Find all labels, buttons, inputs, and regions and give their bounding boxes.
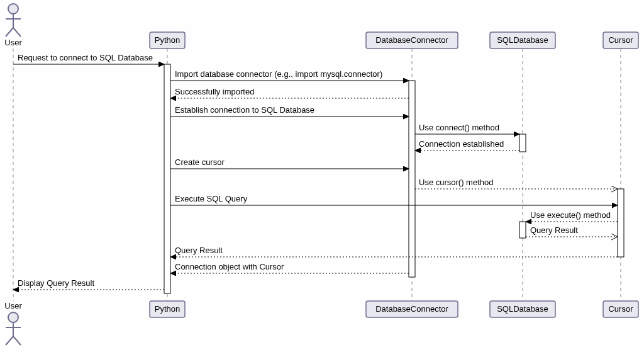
participant-dbconnector-bottom: DatabaseConnector — [366, 301, 458, 317]
msg-label: Create cursor — [175, 157, 225, 167]
participant-label: DatabaseConnector — [375, 35, 448, 45]
msg-label: Import database connector (e.g., import … — [175, 69, 382, 79]
svg-line-4 — [6, 28, 13, 37]
participant-label: SQLDatabase — [497, 35, 548, 45]
participant-label: Python — [155, 35, 180, 45]
participant-dbconnector-top: DatabaseConnector — [366, 32, 458, 48]
actor-label-top: User — [4, 38, 22, 47]
msg-label: Request to connect to SQL Database — [18, 53, 153, 62]
msg-label: Query Result — [530, 225, 578, 235]
participant-python-top: Python — [150, 32, 185, 48]
msg-label: Execute SQL Query — [175, 194, 248, 203]
msg-label: Query Result — [175, 246, 223, 255]
sequence-diagram: User Python DatabaseConnector SQLDatabas… — [0, 0, 644, 352]
msg-label: Use connect() method — [419, 123, 499, 132]
svg-line-14 — [13, 336, 21, 345]
msg-label: Use execute() method — [530, 210, 611, 220]
activation-dbconnector — [409, 81, 415, 277]
actor-user-top: User — [4, 4, 22, 47]
participant-label: Python — [155, 304, 180, 314]
activation-python — [164, 64, 170, 293]
activation-sqldb-2 — [519, 222, 526, 238]
svg-line-5 — [13, 28, 21, 37]
svg-line-13 — [6, 336, 13, 345]
participant-cursor-bottom: Cursor — [603, 301, 638, 317]
participant-label: Cursor — [608, 35, 633, 45]
participant-sqldb-bottom: SQLDatabase — [490, 301, 555, 317]
msg-label: Establish connection to SQL Database — [175, 105, 314, 115]
participant-cursor-top: Cursor — [603, 32, 638, 48]
participant-python-bottom: Python — [150, 301, 185, 317]
svg-point-1 — [8, 4, 18, 14]
msg-label: Use cursor() method — [419, 178, 493, 187]
actor-user-bottom: User — [4, 301, 22, 345]
activation-sqldb-1 — [519, 134, 526, 152]
msg-label: Connection object with Cursor — [175, 262, 284, 271]
activation-cursor — [618, 189, 624, 257]
msg-label: Display Query Result — [18, 278, 94, 288]
participant-label: Cursor — [608, 304, 633, 314]
actor-label-bottom: User — [4, 301, 22, 310]
svg-point-10 — [8, 312, 18, 322]
participant-sqldb-top: SQLDatabase — [490, 32, 555, 48]
participant-label: DatabaseConnector — [375, 304, 448, 314]
msg-label: Successfully imported — [175, 87, 254, 96]
msg-label: Connection established — [419, 139, 504, 149]
participant-label: SQLDatabase — [497, 304, 548, 314]
